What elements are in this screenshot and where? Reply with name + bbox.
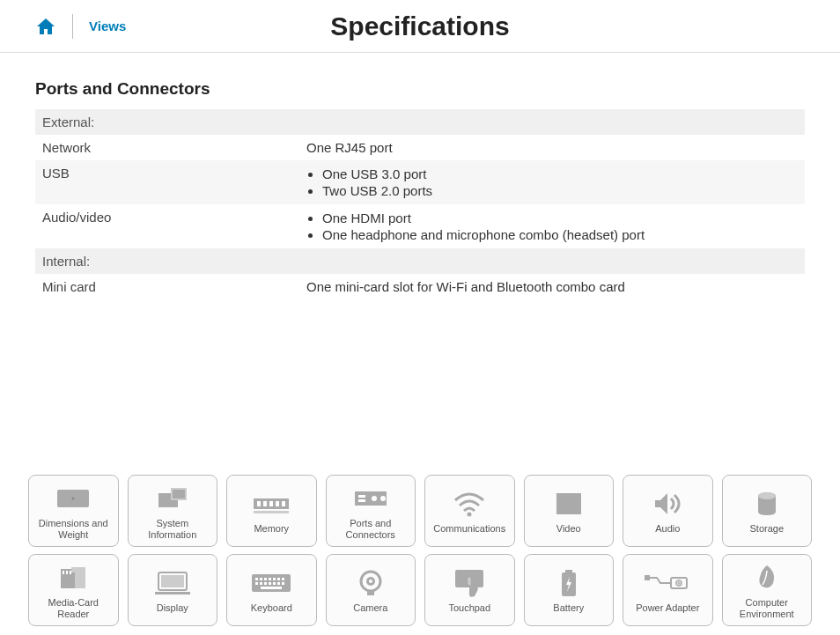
nav-tile-communications[interactable]: Communications — [424, 475, 515, 547]
communications-icon — [445, 486, 494, 521]
section-title: Ports and Connectors — [35, 79, 805, 99]
header-left: Views — [0, 14, 126, 39]
keyboard-icon — [247, 565, 296, 601]
nav-tile-label: Storage — [749, 523, 784, 535]
svg-rect-31 — [260, 578, 262, 580]
svg-rect-19 — [556, 493, 581, 498]
svg-rect-40 — [269, 582, 271, 585]
nav-tile-media-card[interactable]: Media-Card Reader — [28, 554, 119, 626]
power-adapter-icon — [643, 565, 692, 601]
svg-rect-34 — [273, 578, 276, 580]
spec-label: Mini card — [35, 274, 299, 299]
svg-rect-43 — [282, 582, 284, 585]
nav-tile-audio[interactable]: Audio — [623, 475, 713, 547]
svg-rect-32 — [264, 578, 267, 580]
nav-tile-dimensions[interactable]: Dimensions and Weight — [28, 475, 119, 547]
spec-label: Network — [35, 135, 299, 160]
video-icon — [544, 486, 593, 521]
spec-list-item: Two USB 2.0 ports — [322, 182, 798, 199]
spec-list-item: One HDMI port — [322, 210, 798, 226]
nav-tile-label: Display — [157, 602, 188, 614]
nav-grid: Dimensions and WeightSystem InformationM… — [0, 475, 840, 626]
svg-rect-28 — [155, 592, 190, 594]
nav-tile-label: Communications — [433, 523, 505, 535]
spec-value: One RJ45 port — [299, 135, 805, 160]
nav-tile-battery[interactable]: Battery — [524, 554, 615, 626]
nav-tile-system-info[interactable]: System Information — [128, 475, 218, 547]
svg-rect-14 — [358, 499, 365, 502]
table-group-header: Internal: — [35, 248, 805, 274]
svg-rect-9 — [276, 501, 279, 506]
nav-tile-touchpad[interactable]: Touchpad — [424, 554, 515, 626]
spec-list-item: One USB 3.0 port — [322, 166, 798, 182]
nav-tile-label: Computer Environment — [726, 597, 808, 620]
svg-rect-36 — [282, 578, 284, 580]
ports-icon — [346, 481, 395, 516]
svg-rect-8 — [269, 501, 273, 506]
nav-tile-label: Battery — [553, 602, 584, 614]
nav-tile-power-adapter[interactable]: Power Adapter — [623, 554, 713, 626]
svg-rect-27 — [161, 575, 184, 587]
environment-icon — [742, 560, 792, 595]
svg-rect-38 — [260, 582, 262, 585]
svg-rect-11 — [254, 511, 289, 513]
storage-icon — [742, 486, 792, 521]
nav-tile-label: System Information — [132, 518, 214, 541]
memory-icon — [247, 486, 296, 521]
svg-rect-37 — [255, 582, 258, 585]
svg-rect-13 — [358, 495, 365, 498]
nav-tile-environment[interactable]: Computer Environment — [722, 554, 813, 626]
svg-rect-30 — [255, 578, 258, 580]
nav-row: Dimensions and WeightSystem InformationM… — [28, 475, 812, 547]
nav-tile-display[interactable]: Display — [128, 554, 218, 626]
svg-rect-25 — [70, 571, 71, 574]
nav-tile-keyboard[interactable]: Keyboard — [226, 554, 317, 626]
nav-tile-label: Ports and Connectors — [330, 518, 412, 541]
svg-point-17 — [468, 513, 472, 517]
system-info-icon — [148, 481, 197, 516]
nav-tile-label: Media-Card Reader — [33, 597, 114, 620]
svg-rect-10 — [282, 501, 285, 506]
spec-value: One mini-card slot for Wi-Fi and Bluetoo… — [299, 274, 805, 299]
nav-tile-memory[interactable]: Memory — [226, 475, 317, 547]
display-icon — [148, 565, 197, 601]
svg-point-21 — [758, 492, 776, 499]
nav-tile-label: Keyboard — [251, 602, 292, 614]
svg-rect-7 — [263, 501, 267, 506]
audio-icon — [643, 486, 692, 521]
svg-rect-6 — [257, 501, 261, 506]
svg-rect-48 — [367, 591, 374, 595]
svg-rect-39 — [264, 582, 267, 585]
svg-rect-33 — [269, 578, 271, 580]
nav-tile-label: Audio — [655, 523, 680, 535]
dimensions-icon — [48, 481, 98, 516]
svg-rect-54 — [645, 575, 650, 580]
spec-list-item: One headphone and microphone combo (head… — [322, 226, 798, 243]
svg-rect-4 — [173, 490, 185, 498]
nav-tile-ports[interactable]: Ports and Connectors — [326, 475, 416, 547]
nav-tile-video[interactable]: Video — [524, 475, 615, 547]
views-link[interactable]: Views — [89, 18, 126, 33]
svg-rect-42 — [277, 582, 280, 585]
table-row: Mini cardOne mini-card slot for Wi-Fi an… — [35, 274, 805, 299]
nav-tile-camera[interactable]: Camera — [326, 554, 416, 626]
table-group-header: External: — [35, 109, 805, 135]
nav-tile-label: Power Adapter — [636, 602, 699, 614]
spec-label: USB — [35, 160, 299, 204]
media-card-icon — [48, 560, 98, 595]
svg-rect-23 — [63, 571, 64, 574]
nav-tile-label: Video — [556, 523, 581, 535]
camera-icon — [346, 565, 395, 601]
svg-rect-44 — [261, 587, 282, 589]
table-row: Audio/videoOne HDMI portOne headphone an… — [35, 204, 805, 248]
nav-tile-label: Dimensions and Weight — [33, 518, 114, 541]
nav-tile-storage[interactable]: Storage — [722, 475, 813, 547]
home-icon[interactable] — [35, 17, 56, 36]
table-row: NetworkOne RJ45 port — [35, 135, 805, 160]
spec-value: One HDMI portOne headphone and microphon… — [299, 204, 805, 248]
content: Ports and Connectors External:NetworkOne… — [0, 53, 840, 299]
table-row: USBOne USB 3.0 portTwo USB 2.0 ports — [35, 160, 805, 204]
nav-row: Media-Card ReaderDisplayKeyboardCameraTo… — [28, 554, 812, 626]
svg-point-47 — [369, 580, 372, 583]
nav-tile-label: Camera — [353, 602, 387, 614]
